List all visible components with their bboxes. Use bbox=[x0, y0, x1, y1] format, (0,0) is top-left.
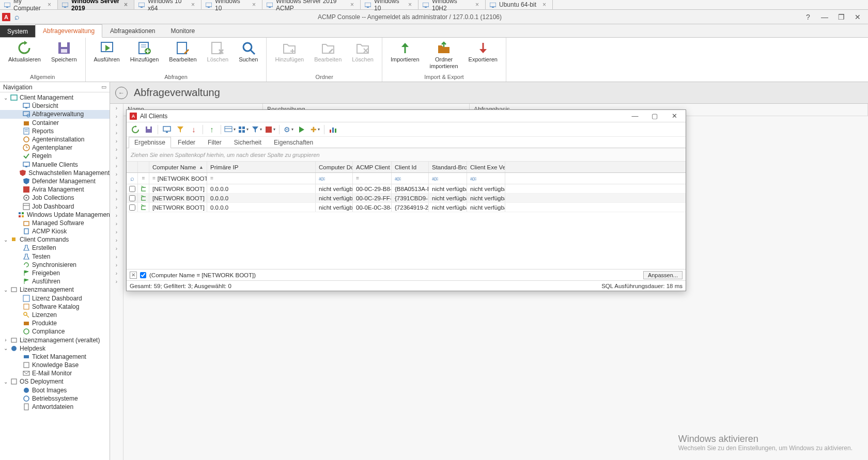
nav-item[interactable]: ⌄Lizenzmanagement bbox=[0, 285, 110, 294]
vm-tab-close[interactable]: × bbox=[349, 1, 355, 8]
ribbon-export[interactable]: Exportieren bbox=[463, 40, 503, 64]
nav-item[interactable]: Agenteninstallation bbox=[0, 135, 110, 144]
ribbon-importfolder[interactable]: Ordner importieren bbox=[425, 40, 463, 71]
nav-item[interactable]: Regeln bbox=[0, 152, 110, 160]
quick-search-icon[interactable]: ⌕ bbox=[14, 12, 20, 22]
col-standard-browser[interactable]: Standard-Bro... bbox=[429, 162, 467, 172]
filter-enabled-checkbox[interactable] bbox=[140, 272, 146, 278]
nav-item[interactable]: Agentenplaner bbox=[0, 144, 110, 152]
ribbon-refresh[interactable]: Aktualisieren bbox=[3, 40, 46, 64]
clear-filter-button[interactable]: ✕ bbox=[130, 272, 137, 279]
col-computer-domain[interactable]: Computer Do... bbox=[316, 162, 353, 172]
nav-item[interactable]: Lizenzen bbox=[0, 311, 110, 319]
gutter-expand[interactable]: › bbox=[110, 104, 123, 112]
tab-monitore[interactable]: Monitore bbox=[163, 24, 203, 37]
puzzle-dropdown[interactable]: ✚ bbox=[309, 124, 321, 135]
vm-tab-close[interactable]: × bbox=[541, 1, 547, 8]
grid-row[interactable]: [NETWORK BOOT]0.0.0.0nicht verfügbar00-0… bbox=[127, 203, 686, 212]
nav-item[interactable]: Produkte bbox=[0, 319, 110, 327]
gutter-expand[interactable]: › bbox=[110, 112, 123, 120]
nav-item[interactable]: Job Dashboard bbox=[0, 202, 110, 210]
grid-row[interactable]: [NETWORK BOOT]0.0.0.0nicht verfügbar00-0… bbox=[127, 194, 686, 203]
maximize-button[interactable]: ❐ bbox=[833, 13, 849, 21]
dialog-maximize[interactable]: ▢ bbox=[646, 112, 663, 120]
row-checkbox[interactable] bbox=[129, 204, 135, 211]
gutter-expand[interactable]: › bbox=[110, 269, 123, 277]
gutter-expand[interactable]: › bbox=[110, 120, 123, 129]
group-by-hint[interactable]: Ziehen Sie einen Spaltenkopf hierhin, um… bbox=[127, 148, 686, 162]
nav-item[interactable]: Abfrageverwaltung bbox=[0, 110, 110, 118]
nav-item[interactable]: Windows Update Management bbox=[0, 211, 110, 219]
gutter-expand[interactable]: › bbox=[110, 186, 123, 195]
dialog-close[interactable]: ✕ bbox=[666, 112, 683, 120]
vm-tab[interactable]: Windows Server 2019× bbox=[58, 0, 134, 9]
ribbon-import[interactable]: Importieren bbox=[385, 40, 425, 64]
expand-icon[interactable]: ⌄ bbox=[3, 95, 8, 101]
nav-item[interactable]: Boot Images bbox=[0, 386, 110, 394]
nav-item[interactable]: Reports bbox=[0, 127, 110, 135]
play-icon[interactable] bbox=[296, 124, 307, 135]
nav-item[interactable]: Erstellen bbox=[0, 244, 110, 252]
gutter-expand[interactable]: › bbox=[110, 244, 123, 252]
save-icon[interactable] bbox=[143, 124, 154, 135]
nav-item[interactable]: Software Katalog bbox=[0, 303, 110, 311]
minimize-button[interactable]: — bbox=[816, 13, 833, 21]
gutter-expand[interactable]: › bbox=[110, 195, 123, 203]
vm-tab-close[interactable]: × bbox=[123, 1, 129, 8]
tab-abfrageverwaltung[interactable]: Abfrageverwaltung bbox=[35, 24, 102, 38]
expand-icon[interactable]: ⌄ bbox=[3, 237, 8, 243]
nav-item[interactable]: ⌄OS Deployment bbox=[0, 377, 110, 386]
gutter-expand[interactable]: › bbox=[110, 145, 123, 153]
abc-filter-icon[interactable]: a▯c bbox=[470, 176, 476, 181]
nav-item[interactable]: Avira Management bbox=[0, 185, 110, 194]
nav-item[interactable]: ACMP Kiosk bbox=[0, 227, 110, 235]
expand-icon[interactable]: ⌄ bbox=[3, 379, 8, 385]
gutter-expand[interactable]: › bbox=[110, 137, 123, 145]
row-checkbox[interactable] bbox=[129, 195, 135, 201]
col-client-id[interactable]: Client Id bbox=[392, 162, 429, 172]
layout-dropdown[interactable] bbox=[224, 124, 236, 135]
chart-icon[interactable] bbox=[328, 124, 339, 135]
col-client-exe[interactable]: Client Exe Ve... bbox=[467, 162, 505, 172]
vm-tab-close[interactable]: × bbox=[251, 1, 257, 8]
dialog-minimize[interactable]: — bbox=[627, 112, 643, 120]
gutter-expand[interactable]: › bbox=[110, 203, 123, 211]
expand-icon[interactable]: › bbox=[3, 337, 8, 343]
nav-item[interactable]: ⌄Client Commands bbox=[0, 235, 110, 244]
vm-tab[interactable]: Windows 10H2× bbox=[419, 0, 486, 9]
nav-item[interactable]: Managed Software bbox=[0, 219, 110, 227]
gutter-expand[interactable]: › bbox=[110, 178, 123, 186]
tab-abfrageaktionen[interactable]: Abfrageaktionen bbox=[102, 24, 163, 37]
vm-tab-close[interactable]: × bbox=[190, 1, 196, 8]
gutter-expand[interactable]: › bbox=[110, 153, 123, 162]
customize-filter-button[interactable]: Anpassen... bbox=[643, 271, 683, 279]
abc-filter-icon[interactable]: a▯c bbox=[432, 176, 438, 181]
gutter-expand[interactable]: › bbox=[110, 228, 123, 236]
dialog-tab-ergebnisse[interactable]: Ergebnisse bbox=[129, 137, 171, 148]
vm-tab[interactable]: Windows 10 x64× bbox=[134, 0, 202, 9]
nav-item[interactable]: Ticket Management bbox=[0, 353, 110, 361]
filter-name-value[interactable]: [NETWORK BOOT] bbox=[158, 176, 207, 182]
dialog-tab-filter[interactable]: Filter bbox=[202, 137, 227, 148]
nav-item[interactable]: Antwortdateien bbox=[0, 403, 110, 411]
dialog-tab-felder[interactable]: Felder bbox=[172, 137, 201, 148]
vm-tab[interactable]: Windows 10× bbox=[361, 0, 419, 9]
ribbon-run[interactable]: Ausführen bbox=[89, 40, 125, 64]
gutter-expand[interactable]: › bbox=[110, 162, 123, 170]
nav-item[interactable]: Job Collections bbox=[0, 194, 110, 202]
dialog-titlebar[interactable]: A All Clients — ▢ ✕ bbox=[127, 110, 686, 122]
expand-icon[interactable]: ⌄ bbox=[3, 345, 8, 351]
abc-filter-icon[interactable]: a▯c bbox=[319, 176, 325, 181]
dialog-tab-sicherheit[interactable]: Sicherheit bbox=[228, 137, 267, 148]
nav-item[interactable]: Lizenz Dashboard bbox=[0, 294, 110, 303]
close-button[interactable]: ✕ bbox=[849, 13, 866, 21]
grid-row[interactable]: [NETWORK BOOT]0.0.0.0nicht verfügbar00-0… bbox=[127, 184, 686, 194]
nav-item[interactable]: E-Mail Monitor bbox=[0, 369, 110, 377]
vm-tab-close[interactable]: × bbox=[407, 1, 413, 8]
tab-system[interactable]: System bbox=[0, 25, 35, 37]
nav-item[interactable]: Übersicht bbox=[0, 102, 110, 110]
nav-item[interactable]: Container bbox=[0, 119, 110, 127]
gutter-expand[interactable]: › bbox=[110, 211, 123, 219]
col-computer-name[interactable]: Computer Name▲ bbox=[149, 162, 207, 172]
vm-tab-close[interactable]: × bbox=[474, 1, 480, 8]
